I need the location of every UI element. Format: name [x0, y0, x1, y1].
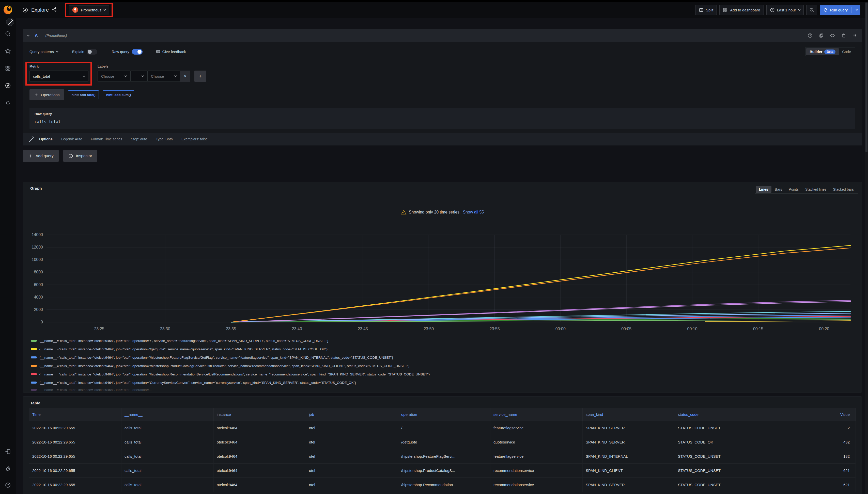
- configuration-gear-icon[interactable]: [4, 465, 11, 472]
- run-query-button[interactable]: Run query: [820, 5, 861, 15]
- add-query-button[interactable]: Add query: [23, 150, 59, 162]
- table-cell: SPAN_KIND_SERVER: [583, 435, 675, 449]
- query-option-summary: Exemplars: false: [181, 137, 207, 141]
- raw-query-label: Raw query: [111, 50, 129, 54]
- time-series-chart[interactable]: 0200040006000800010000120001400023:2523:…: [30, 233, 855, 334]
- sidebar-expand-button[interactable]: [6, 18, 14, 26]
- query-row-header[interactable]: A (Prometheus): [23, 29, 862, 42]
- table-column-header-time[interactable]: Time: [29, 408, 122, 421]
- remove-label-button[interactable]: ×: [180, 71, 190, 82]
- table-cell: calls_total: [122, 435, 214, 449]
- time-range-picker[interactable]: Last 1 hour: [766, 5, 804, 15]
- split-button[interactable]: Split: [695, 5, 717, 15]
- legend-item[interactable]: {__name__="calls_total", instance="otelc…: [31, 355, 856, 360]
- table-column-header-spankind[interactable]: span_kind: [583, 408, 675, 421]
- table-column-header-job[interactable]: job: [306, 408, 398, 421]
- show-all-series-link[interactable]: Show all 55: [463, 210, 484, 214]
- table-column-header-operation[interactable]: operation: [398, 408, 490, 421]
- zoom-out-button[interactable]: [806, 5, 817, 15]
- builder-mode-tab[interactable]: Builder Beta: [806, 48, 839, 55]
- table-cell: otelcol:9464: [214, 463, 306, 478]
- label-value-select[interactable]: Choose: [147, 71, 180, 82]
- editor-mode-switcher: Builder Beta Code: [805, 47, 855, 56]
- legend-item[interactable]: {__name__="calls_total", instance="otelc…: [31, 363, 856, 368]
- table-column-header-instance[interactable]: instance: [214, 408, 306, 421]
- metric-label: Metric: [30, 64, 88, 68]
- graph-style-points[interactable]: Points: [785, 186, 802, 193]
- add-label-button[interactable]: +: [194, 71, 206, 82]
- svg-text:00:05: 00:05: [621, 327, 631, 331]
- add-to-dashboard-button[interactable]: Add to dashboard: [719, 5, 763, 15]
- query-option-summary: Legend: Auto: [61, 137, 82, 141]
- svg-text:23:30: 23:30: [160, 327, 170, 331]
- legend-item[interactable]: {__name__="calls_total", instance="otelc…: [31, 338, 856, 343]
- explore-nav-icon[interactable]: [4, 82, 11, 89]
- table-cell: otel: [306, 435, 398, 449]
- hide-query-eye-icon[interactable]: [830, 33, 835, 38]
- table-cell: STATUS_CODE_OK: [675, 435, 767, 449]
- table-column-header-servicename[interactable]: service_name: [490, 408, 583, 421]
- search-icon[interactable]: [4, 31, 11, 37]
- legend-series-label: {__name__="calls_total", instance="otelc…: [39, 356, 393, 359]
- query-options-row[interactable]: Options Legend: AutoFormat: Time seriesS…: [23, 133, 862, 146]
- raw-query-toggle[interactable]: [132, 49, 143, 55]
- hint-add-sum-button[interactable]: hint: add sum(): [103, 90, 134, 99]
- table-cell: STATUS_CODE_UNSET: [675, 478, 767, 492]
- operations-button[interactable]: Operations: [30, 89, 64, 100]
- table-column-header-statuscode[interactable]: status_code: [675, 408, 767, 421]
- scrollbar-thumb[interactable]: [866, 2, 868, 152]
- chevron-down-icon[interactable]: [856, 8, 858, 11]
- graph-style-stacked-bars[interactable]: Stacked bars: [830, 186, 857, 193]
- table-cell: 621: [767, 463, 855, 478]
- legend-series-label: {__name__="calls_total", instance="otelc…: [39, 347, 327, 351]
- code-mode-tab[interactable]: Code: [839, 49, 854, 55]
- duplicate-query-icon[interactable]: [819, 33, 824, 38]
- svg-text:00:10: 00:10: [687, 327, 698, 331]
- graph-style-bars[interactable]: Bars: [772, 186, 785, 193]
- drag-handle-icon[interactable]: [852, 33, 857, 38]
- graph-style-lines[interactable]: Lines: [756, 186, 772, 193]
- page-title: Explore: [31, 7, 49, 13]
- grafana-logo[interactable]: [2, 4, 14, 15]
- legend-item[interactable]: {__name__="calls_total", instance="otelc…: [31, 372, 856, 377]
- zoom-out-icon: [809, 7, 814, 13]
- table-cell: SPAN_KIND_INTERNAL: [583, 449, 675, 463]
- graph-style-stacked-lines[interactable]: Stacked lines: [802, 186, 830, 193]
- delete-query-trash-icon[interactable]: [841, 33, 846, 38]
- query-patterns-dropdown[interactable]: Query patterns: [30, 50, 58, 54]
- datasource-name: Prometheus: [81, 8, 102, 12]
- starred-icon[interactable]: [4, 48, 11, 54]
- svg-text:00:15: 00:15: [753, 327, 763, 331]
- table-cell: /hipstershop.FeatureFlagServi...: [398, 449, 490, 463]
- hint-add-rate-button[interactable]: hint: add rate(): [68, 90, 99, 99]
- svg-text:23:40: 23:40: [292, 327, 302, 331]
- table-cell: recommendationservice: [490, 478, 583, 492]
- sign-in-icon[interactable]: [4, 448, 11, 455]
- graph-legend: {__name__="calls_total", instance="otelc…: [31, 338, 856, 391]
- svg-text:23:35: 23:35: [226, 327, 236, 331]
- alerting-icon[interactable]: [4, 99, 11, 106]
- table-column-header-name[interactable]: __name__: [122, 408, 214, 421]
- table-column-header-value[interactable]: Value: [767, 408, 855, 421]
- metric-select[interactable]: calls_total: [30, 71, 88, 82]
- table-cell: 2022-10-16 00:22:29.655: [29, 449, 122, 463]
- table-cell: SPAN_KIND_CLIENT: [583, 463, 675, 478]
- query-help-icon[interactable]: [808, 33, 813, 38]
- dashboards-icon[interactable]: [4, 65, 11, 72]
- share-icon[interactable]: [52, 7, 57, 13]
- explain-toggle[interactable]: [87, 49, 97, 55]
- datasource-picker[interactable]: Prometheus: [69, 5, 109, 15]
- sync-icon: [823, 7, 828, 12]
- label-key-select[interactable]: Choose: [97, 71, 130, 82]
- page-scrollbar[interactable]: [865, 2, 868, 494]
- legend-color-marker: [31, 348, 37, 350]
- help-icon[interactable]: [4, 482, 11, 489]
- collapse-chevron-icon[interactable]: [27, 34, 30, 36]
- give-feedback-link[interactable]: Give feedback: [156, 50, 186, 54]
- table-cell: featureflagservice: [490, 421, 583, 435]
- svg-text:00:20: 00:20: [819, 327, 829, 331]
- legend-item[interactable]: {__name__="calls_total", instance="otelc…: [31, 380, 856, 385]
- inspector-button[interactable]: Inspector: [63, 150, 97, 162]
- legend-item[interactable]: {__name__="calls_total", instance="otelc…: [31, 346, 856, 352]
- label-operator-select[interactable]: =: [130, 71, 147, 82]
